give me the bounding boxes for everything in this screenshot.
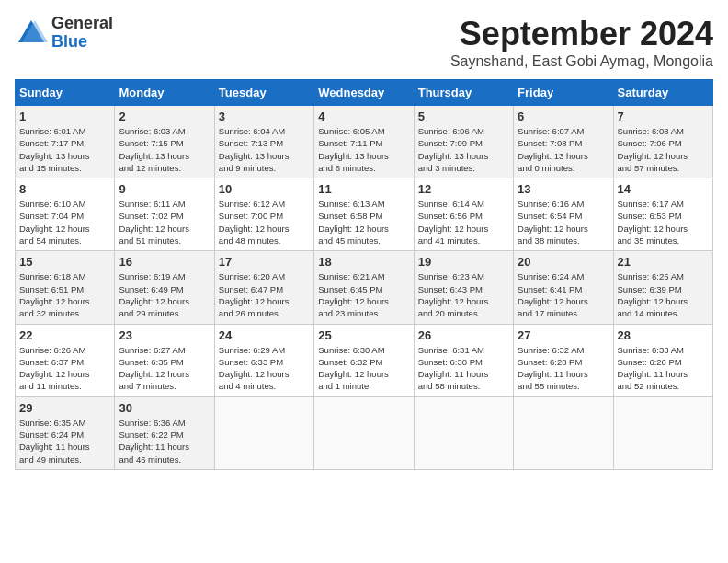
day-number: 15	[19, 255, 110, 269]
day-number: 30	[119, 401, 210, 415]
day-cell: 26Sunrise: 6:31 AM Sunset: 6:30 PM Dayli…	[414, 324, 513, 396]
day-number: 12	[418, 182, 509, 196]
day-info: Sunrise: 6:33 AM Sunset: 6:26 PM Dayligh…	[618, 344, 709, 393]
day-cell	[514, 396, 613, 469]
day-number: 24	[219, 328, 310, 342]
day-number: 28	[618, 328, 709, 342]
day-info: Sunrise: 6:10 AM Sunset: 7:04 PM Dayligh…	[19, 198, 110, 247]
day-info: Sunrise: 6:13 AM Sunset: 6:58 PM Dayligh…	[318, 198, 409, 247]
day-cell: 13Sunrise: 6:16 AM Sunset: 6:54 PM Dayli…	[514, 178, 613, 251]
day-info: Sunrise: 6:18 AM Sunset: 6:51 PM Dayligh…	[19, 270, 110, 319]
day-info: Sunrise: 6:26 AM Sunset: 6:37 PM Dayligh…	[19, 344, 110, 393]
day-info: Sunrise: 6:20 AM Sunset: 6:47 PM Dayligh…	[219, 270, 310, 319]
weekday-header-row: SundayMondayTuesdayWednesdayThursdayFrid…	[16, 80, 713, 106]
day-info: Sunrise: 6:07 AM Sunset: 7:08 PM Dayligh…	[518, 125, 609, 174]
day-cell: 14Sunrise: 6:17 AM Sunset: 6:53 PM Dayli…	[613, 178, 712, 251]
week-row-2: 8Sunrise: 6:10 AM Sunset: 7:04 PM Daylig…	[16, 178, 713, 251]
day-cell: 12Sunrise: 6:14 AM Sunset: 6:56 PM Dayli…	[414, 178, 513, 251]
day-info: Sunrise: 6:35 AM Sunset: 6:24 PM Dayligh…	[19, 417, 110, 465]
day-cell	[214, 396, 313, 469]
title-area: September 2024 Saynshand, East Gobi Ayma…	[450, 15, 713, 70]
day-cell: 22Sunrise: 6:26 AM Sunset: 6:37 PM Dayli…	[16, 324, 115, 396]
day-info: Sunrise: 6:04 AM Sunset: 7:13 PM Dayligh…	[219, 125, 310, 174]
day-cell: 25Sunrise: 6:30 AM Sunset: 6:32 PM Dayli…	[314, 324, 414, 396]
day-info: Sunrise: 6:19 AM Sunset: 6:49 PM Dayligh…	[119, 270, 210, 319]
weekday-header-thursday: Thursday	[414, 80, 513, 106]
day-cell: 29Sunrise: 6:35 AM Sunset: 6:24 PM Dayli…	[16, 396, 115, 469]
calendar-table: SundayMondayTuesdayWednesdayThursdayFrid…	[15, 79, 713, 470]
subtitle: Saynshand, East Gobi Aymag, Mongolia	[450, 53, 713, 70]
day-cell: 21Sunrise: 6:25 AM Sunset: 6:39 PM Dayli…	[613, 251, 712, 324]
day-info: Sunrise: 6:30 AM Sunset: 6:32 PM Dayligh…	[318, 344, 409, 393]
day-cell: 16Sunrise: 6:19 AM Sunset: 6:49 PM Dayli…	[115, 251, 214, 324]
day-number: 17	[219, 255, 310, 269]
day-cell: 27Sunrise: 6:32 AM Sunset: 6:28 PM Dayli…	[514, 324, 613, 396]
day-cell: 17Sunrise: 6:20 AM Sunset: 6:47 PM Dayli…	[214, 251, 313, 324]
calendar-header: SundayMondayTuesdayWednesdayThursdayFrid…	[16, 80, 713, 106]
day-info: Sunrise: 6:21 AM Sunset: 6:45 PM Dayligh…	[318, 270, 409, 319]
day-cell: 8Sunrise: 6:10 AM Sunset: 7:04 PM Daylig…	[16, 178, 115, 251]
day-number: 7	[618, 109, 709, 123]
day-cell: 6Sunrise: 6:07 AM Sunset: 7:08 PM Daylig…	[514, 106, 613, 178]
day-info: Sunrise: 6:14 AM Sunset: 6:56 PM Dayligh…	[418, 198, 509, 247]
logo-general-text: General	[51, 15, 113, 33]
day-number: 6	[518, 109, 609, 123]
day-info: Sunrise: 6:23 AM Sunset: 6:43 PM Dayligh…	[418, 270, 509, 319]
day-number: 1	[19, 109, 110, 123]
day-cell: 10Sunrise: 6:12 AM Sunset: 7:00 PM Dayli…	[214, 178, 313, 251]
day-cell	[314, 396, 414, 469]
day-number: 18	[318, 255, 409, 269]
day-number: 5	[418, 109, 509, 123]
day-number: 22	[19, 328, 110, 342]
day-number: 21	[618, 255, 709, 269]
day-cell: 7Sunrise: 6:08 AM Sunset: 7:06 PM Daylig…	[613, 106, 712, 178]
day-info: Sunrise: 6:17 AM Sunset: 6:53 PM Dayligh…	[618, 198, 709, 247]
day-number: 25	[318, 328, 409, 342]
day-number: 10	[219, 182, 310, 196]
day-info: Sunrise: 6:06 AM Sunset: 7:09 PM Dayligh…	[418, 125, 509, 174]
day-info: Sunrise: 6:01 AM Sunset: 7:17 PM Dayligh…	[19, 125, 110, 174]
day-number: 4	[318, 109, 409, 123]
day-cell: 30Sunrise: 6:36 AM Sunset: 6:22 PM Dayli…	[115, 396, 214, 469]
week-row-3: 15Sunrise: 6:18 AM Sunset: 6:51 PM Dayli…	[16, 251, 713, 324]
day-info: Sunrise: 6:32 AM Sunset: 6:28 PM Dayligh…	[518, 344, 609, 393]
day-cell: 1Sunrise: 6:01 AM Sunset: 7:17 PM Daylig…	[16, 106, 115, 178]
main-title: September 2024	[450, 15, 713, 53]
day-cell: 4Sunrise: 6:05 AM Sunset: 7:11 PM Daylig…	[314, 106, 414, 178]
day-number: 26	[418, 328, 509, 342]
logo: General Blue	[15, 15, 113, 52]
day-cell: 20Sunrise: 6:24 AM Sunset: 6:41 PM Dayli…	[514, 251, 613, 324]
day-number: 13	[518, 182, 609, 196]
day-info: Sunrise: 6:29 AM Sunset: 6:33 PM Dayligh…	[219, 344, 310, 393]
week-row-5: 29Sunrise: 6:35 AM Sunset: 6:24 PM Dayli…	[16, 396, 713, 469]
day-info: Sunrise: 6:36 AM Sunset: 6:22 PM Dayligh…	[119, 417, 210, 465]
day-cell: 11Sunrise: 6:13 AM Sunset: 6:58 PM Dayli…	[314, 178, 414, 251]
day-cell: 18Sunrise: 6:21 AM Sunset: 6:45 PM Dayli…	[314, 251, 414, 324]
calendar-body: 1Sunrise: 6:01 AM Sunset: 7:17 PM Daylig…	[16, 106, 713, 470]
day-info: Sunrise: 6:03 AM Sunset: 7:15 PM Dayligh…	[119, 125, 210, 174]
day-cell: 28Sunrise: 6:33 AM Sunset: 6:26 PM Dayli…	[613, 324, 712, 396]
day-info: Sunrise: 6:08 AM Sunset: 7:06 PM Dayligh…	[618, 125, 709, 174]
day-number: 20	[518, 255, 609, 269]
logo-blue-text: Blue	[51, 33, 113, 52]
day-number: 9	[119, 182, 210, 196]
day-cell: 2Sunrise: 6:03 AM Sunset: 7:15 PM Daylig…	[115, 106, 214, 178]
day-cell: 15Sunrise: 6:18 AM Sunset: 6:51 PM Dayli…	[16, 251, 115, 324]
day-number: 14	[618, 182, 709, 196]
day-info: Sunrise: 6:25 AM Sunset: 6:39 PM Dayligh…	[618, 270, 709, 319]
day-number: 27	[518, 328, 609, 342]
weekday-header-saturday: Saturday	[613, 80, 712, 106]
day-cell: 19Sunrise: 6:23 AM Sunset: 6:43 PM Dayli…	[414, 251, 513, 324]
weekday-header-monday: Monday	[115, 80, 214, 106]
day-number: 3	[219, 109, 310, 123]
day-number: 2	[119, 109, 210, 123]
day-cell: 5Sunrise: 6:06 AM Sunset: 7:09 PM Daylig…	[414, 106, 513, 178]
day-number: 11	[318, 182, 409, 196]
day-number: 8	[19, 182, 110, 196]
day-number: 19	[418, 255, 509, 269]
day-info: Sunrise: 6:12 AM Sunset: 7:00 PM Dayligh…	[219, 198, 310, 247]
day-info: Sunrise: 6:16 AM Sunset: 6:54 PM Dayligh…	[518, 198, 609, 247]
day-number: 29	[19, 401, 110, 415]
day-cell: 24Sunrise: 6:29 AM Sunset: 6:33 PM Dayli…	[214, 324, 313, 396]
day-info: Sunrise: 6:11 AM Sunset: 7:02 PM Dayligh…	[119, 198, 210, 247]
